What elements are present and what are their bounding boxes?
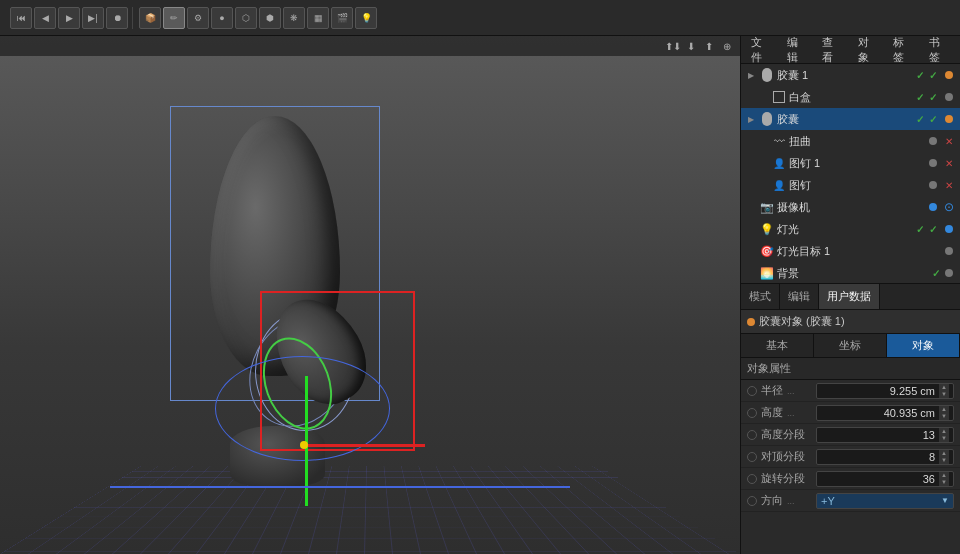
viewport-3d[interactable]: ⬆⬇ ⬇ ⬆ ⊕ — [0, 36, 740, 554]
dot-gray-lt — [942, 244, 956, 258]
x-axis-red — [305, 444, 425, 447]
spinner-hs-up[interactable]: ▲ — [939, 428, 949, 435]
expand-icon[interactable]: ▶ — [745, 69, 757, 81]
pin2-icon: 👤 — [771, 177, 787, 193]
settings-button[interactable]: ⚙ — [187, 7, 209, 29]
spinner-h-up[interactable]: ▲ — [939, 406, 949, 413]
prop-hseg-value: 13 — [821, 429, 935, 441]
dot-blue-l — [942, 222, 956, 236]
tree-item-twist[interactable]: 〰 扭曲 ✕ — [741, 130, 960, 152]
menu-bookmarks[interactable]: 书签 — [923, 36, 957, 67]
dot-gray-tw — [926, 134, 940, 148]
prop-cseg-input[interactable]: 8 ▲ ▼ — [816, 449, 954, 465]
tree-item-pin1[interactable]: 👤 图钉 1 ✕ — [741, 152, 960, 174]
tree-item-lighttarget[interactable]: 🎯 灯光目标 1 — [741, 240, 960, 262]
menu-edit[interactable]: 编辑 — [781, 36, 815, 67]
props-object-header: 胶囊对象 (胶囊 1) — [741, 310, 960, 334]
rewind-button[interactable]: ⏮ — [10, 7, 32, 29]
sub-tab-coord[interactable]: 坐标 — [814, 334, 887, 357]
prop-hseg-input[interactable]: 13 ▲ ▼ — [816, 427, 954, 443]
spinner-cs-down[interactable]: ▼ — [939, 457, 949, 464]
menu-view[interactable]: 查看 — [816, 36, 850, 67]
prop-radius-input[interactable]: 9.255 cm ▲ ▼ — [816, 383, 954, 399]
flower-button[interactable]: ❋ — [283, 7, 305, 29]
tree-item-pin2[interactable]: 👤 图钉 ✕ — [741, 174, 960, 196]
lt-icons — [942, 244, 956, 258]
camera-label: 摄像机 — [777, 200, 924, 215]
hex1-button[interactable]: ⬡ — [235, 7, 257, 29]
expand-icon-c2[interactable]: ▶ — [745, 113, 757, 125]
hex2-button[interactable]: ⬢ — [259, 7, 281, 29]
tree-item-capsule2[interactable]: ▶ 胶囊 ✓ ✓ — [741, 108, 960, 130]
main-area: ⬆⬇ ⬇ ⬆ ⊕ — [0, 36, 960, 554]
props-sub-tabs: 基本 坐标 对象 — [741, 334, 960, 358]
spinner-rs-up[interactable]: ▲ — [939, 472, 949, 479]
prop-hseg-spinner[interactable]: ▲ ▼ — [939, 428, 949, 442]
sphere-button[interactable]: ● — [211, 7, 233, 29]
prop-rseg-label: 旋转分段 — [747, 471, 812, 486]
prop-rseg-input[interactable]: 36 ▲ ▼ — [816, 471, 954, 487]
pin1-icons: ✕ — [926, 156, 956, 170]
menu-object[interactable]: 对象 — [852, 36, 886, 67]
tree-item-capsule1[interactable]: ▶ 胶囊 1 ✓ ✓ — [741, 64, 960, 86]
object-tree: ▶ 胶囊 1 ✓ ✓ 白盒 ✓ ✓ — [741, 64, 960, 284]
spinner-up[interactable]: ▲ — [939, 384, 949, 391]
grid-button[interactable]: ▦ — [307, 7, 329, 29]
play-button[interactable]: ▶ — [58, 7, 80, 29]
expand-lt — [745, 245, 757, 257]
props-header-dot — [747, 318, 755, 326]
capsule2-icon — [759, 111, 775, 127]
lighttarget-icon: 🎯 — [759, 243, 775, 259]
spinner-h-down[interactable]: ▼ — [939, 413, 949, 420]
prop-cseg-spinner[interactable]: ▲ ▼ — [939, 450, 949, 464]
prop-dir-dropdown[interactable]: +Y ▼ — [816, 493, 954, 509]
tab-mode[interactable]: 模式 — [741, 284, 780, 309]
prop-radius-spinner[interactable]: ▲ ▼ — [939, 384, 949, 398]
tree-item-whitebox[interactable]: 白盒 ✓ ✓ — [741, 86, 960, 108]
up-icon: ⬆ — [702, 39, 716, 53]
check-render: ✓ — [926, 68, 940, 82]
box-view-button[interactable]: 📦 — [139, 7, 161, 29]
prop-height-input[interactable]: 40.935 cm ▲ ▼ — [816, 405, 954, 421]
prev-frame-button[interactable]: ◀ — [34, 7, 56, 29]
tree-item-camera[interactable]: 📷 摄像机 ⊙ — [741, 196, 960, 218]
sub-tab-basic[interactable]: 基本 — [741, 334, 814, 357]
tree-item-bg[interactable]: 🌅 背景 ✓ — [741, 262, 960, 284]
prop-rseg-spinner[interactable]: ▲ ▼ — [939, 472, 949, 486]
check-render-c2: ✓ — [926, 112, 940, 126]
expand-pin2 — [757, 179, 769, 191]
spinner-down[interactable]: ▼ — [939, 391, 949, 398]
light-button[interactable]: 💡 — [355, 7, 377, 29]
prop-cseg-value: 8 — [821, 451, 935, 463]
viewport-top-bar: ⬆⬇ ⬇ ⬆ ⊕ — [0, 36, 740, 56]
cam-icons: ⊙ — [926, 200, 956, 214]
tab-edit[interactable]: 编辑 — [780, 284, 819, 309]
tree-item-light[interactable]: 💡 灯光 ✓ ✓ — [741, 218, 960, 240]
section-label: 对象属性 — [741, 358, 960, 380]
spinner-rs-down[interactable]: ▼ — [939, 479, 949, 486]
pin2-icons: ✕ — [926, 178, 956, 192]
light-icon: 💡 — [759, 221, 775, 237]
capsule2-label: 胶囊 — [777, 112, 914, 127]
sub-tab-object[interactable]: 对象 — [887, 334, 960, 357]
prop-cseg-label: 对顶分段 — [747, 449, 812, 464]
record-button[interactable]: ⏺ — [106, 7, 128, 29]
expand-cam — [745, 201, 757, 213]
edit-button[interactable]: ✏ — [163, 7, 185, 29]
spinner-hs-down[interactable]: ▼ — [939, 435, 949, 442]
prop-height-seg: 高度分段 13 ▲ ▼ — [741, 424, 960, 446]
check-vis-bg: ✓ — [932, 268, 940, 279]
capsule1-label: 胶囊 1 — [777, 68, 914, 83]
prop-height-spinner[interactable]: ▲ ▼ — [939, 406, 949, 420]
tab-userdata[interactable]: 用户数据 — [819, 284, 880, 309]
next-frame-button[interactable]: ▶| — [82, 7, 104, 29]
menu-file[interactable]: 文件 — [745, 36, 779, 67]
pin2-label: 图钉 — [789, 178, 924, 193]
props-object-label: 胶囊对象 (胶囊 1) — [759, 314, 845, 329]
whitebox-icon — [771, 89, 787, 105]
right-menu: 文件 编辑 查看 对象 标签 书签 — [741, 36, 960, 64]
camera-button[interactable]: 🎬 — [331, 7, 353, 29]
x-icon-tw: ✕ — [942, 134, 956, 148]
menu-tags[interactable]: 标签 — [887, 36, 921, 67]
spinner-cs-up[interactable]: ▲ — [939, 450, 949, 457]
